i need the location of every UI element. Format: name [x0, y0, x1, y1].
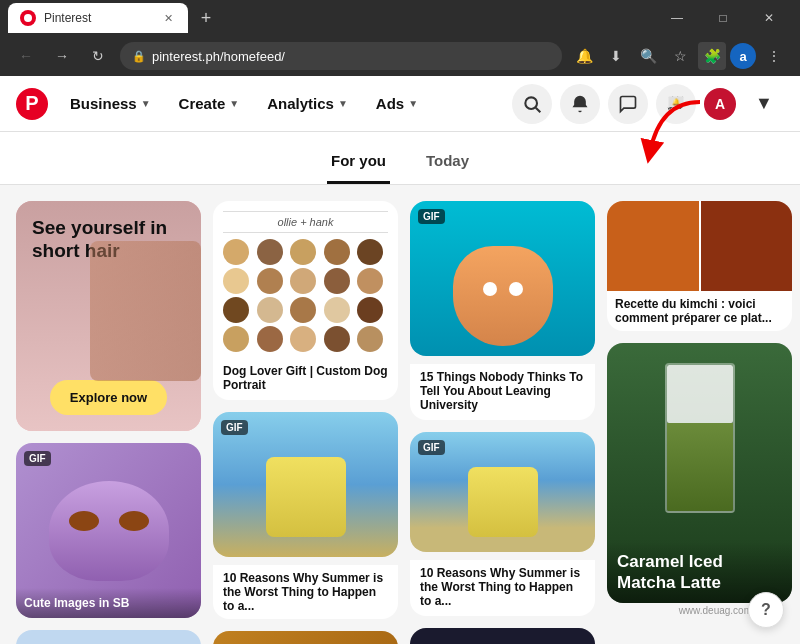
nav-ads[interactable]: Ads ▼ [366, 87, 428, 120]
zoom-button[interactable]: 🔍 [634, 42, 662, 70]
new-tab-button[interactable]: + [192, 4, 220, 32]
promo-pin[interactable]: See yourself in short hair Explore now [16, 201, 201, 431]
tab-title: Pinterest [44, 11, 152, 25]
pinterest-navbar: P Business ▼ Create ▼ Analytics ▼ Ads ▼ … [0, 76, 800, 132]
tab-bar: Pinterest ✕ + — □ ✕ [0, 0, 800, 36]
food-pin[interactable] [213, 631, 398, 644]
pinterest-logo[interactable]: P [16, 88, 48, 120]
patrick-title: 15 Things Nobody Thinks To Tell You Abou… [410, 364, 595, 420]
spongebob-title: 10 Reasons Why Summer is the Worst Thing… [213, 565, 398, 619]
svg-line-1 [536, 107, 541, 112]
promo-button[interactable]: Explore now [50, 380, 167, 415]
business-chevron: ▼ [141, 98, 151, 109]
forward-button[interactable]: → [48, 42, 76, 70]
browser-actions: 🔔 ⬇ 🔍 ☆ 🧩 a ⋮ [570, 42, 788, 70]
help-button[interactable]: ? [748, 592, 784, 628]
tab-close-button[interactable]: ✕ [160, 10, 176, 26]
feed-tabs: For you Today [0, 132, 800, 185]
dog-title: Dog Lover Gift | Custom Dog Portrait [213, 356, 398, 400]
dog-pin[interactable]: ollie + hank [213, 201, 398, 400]
rejected-pin[interactable]: REJECTED [16, 630, 201, 644]
ollie-hank-label: ollie + hank [223, 211, 388, 233]
browser-chrome: Pinterest ✕ + — □ ✕ ← → ↻ 🔒 pinterest.ph… [0, 0, 800, 76]
more-button[interactable]: ▼ [744, 84, 784, 124]
tab-for-you[interactable]: For you [327, 144, 390, 184]
nav-analytics[interactable]: Analytics ▼ [257, 87, 358, 120]
gary-title: Cute Images in SB [16, 588, 201, 618]
column-3: GIF 15 Things Nobody Thinks To Tell You … [410, 201, 595, 644]
bell-button[interactable] [560, 84, 600, 124]
matcha-pin[interactable]: Caramel Iced Matcha Latte [607, 343, 792, 603]
browser-profile[interactable]: a [730, 43, 756, 69]
window-controls: — □ ✕ [654, 0, 792, 36]
pins-grid: See yourself in short hair Explore now G… [16, 201, 784, 644]
maximize-button[interactable]: □ [700, 0, 746, 36]
kimchi-title: Recette du kimchi : voici comment prépar… [607, 291, 792, 331]
spongebob-title2: 10 Reasons Why Summer is the Worst Thing… [410, 560, 595, 616]
lock-icon: 🔒 [132, 50, 146, 63]
analytics-chevron: ▼ [338, 98, 348, 109]
gif-badge-spongebob: GIF [221, 420, 248, 435]
notifications-button[interactable]: 🔔 [570, 42, 598, 70]
ads-chevron: ▼ [408, 98, 418, 109]
svg-text:🔔: 🔔 [672, 97, 681, 106]
tab-today[interactable]: Today [422, 144, 473, 184]
bell-icon [570, 94, 590, 114]
menu-button[interactable]: ⋮ [760, 42, 788, 70]
spongebob-pin[interactable]: GIF [213, 412, 398, 557]
gif-badge-patrick: GIF [418, 209, 445, 224]
download-button[interactable]: ⬇ [602, 42, 630, 70]
patrick-pin[interactable]: GIF [410, 201, 595, 356]
kimchi-pin[interactable]: Recette du kimchi : voici comment prépar… [607, 201, 792, 331]
url-text: pinterest.ph/homefeed/ [152, 49, 550, 64]
nav-business[interactable]: Business ▼ [60, 87, 161, 120]
mug-pin[interactable]: STARTER FLUID [410, 628, 595, 644]
main-content: See yourself in short hair Explore now G… [0, 185, 800, 644]
svg-point-0 [525, 97, 537, 109]
gif-badge-gif2: GIF [418, 440, 445, 455]
minimize-button[interactable]: — [654, 0, 700, 36]
active-tab[interactable]: Pinterest ✕ [8, 3, 188, 33]
address-bar: ← → ↻ 🔒 pinterest.ph/homefeed/ 🔔 ⬇ 🔍 ☆ 🧩… [0, 36, 800, 76]
tab-favicon [20, 10, 36, 26]
create-chevron: ▼ [229, 98, 239, 109]
watermark: www.deuag.com [679, 605, 752, 616]
gif-badge-gary: GIF [24, 451, 51, 466]
flag-button[interactable]: 🔔 [656, 84, 696, 124]
column-1: See yourself in short hair Explore now G… [16, 201, 201, 644]
matcha-title: Caramel Iced Matcha Latte [617, 552, 782, 593]
gary-pin[interactable]: GIF Cute Images in SB [16, 443, 201, 618]
chat-icon [618, 94, 638, 114]
pinterest-app: P Business ▼ Create ▼ Analytics ▼ Ads ▼ … [0, 76, 800, 644]
back-button[interactable]: ← [12, 42, 40, 70]
flag-icon: 🔔 [666, 94, 686, 114]
search-button[interactable] [512, 84, 552, 124]
column-4: Recette du kimchi : voici comment prépar… [607, 201, 792, 644]
search-icon [522, 94, 542, 114]
refresh-button[interactable]: ↻ [84, 42, 112, 70]
nav-create[interactable]: Create ▼ [169, 87, 250, 120]
close-button[interactable]: ✕ [746, 0, 792, 36]
bookmark-button[interactable]: ☆ [666, 42, 694, 70]
extensions-button[interactable]: 🧩 [698, 42, 726, 70]
user-avatar[interactable]: A [704, 88, 736, 120]
url-bar[interactable]: 🔒 pinterest.ph/homefeed/ [120, 42, 562, 70]
chat-button[interactable] [608, 84, 648, 124]
column-2: ollie + hank [213, 201, 398, 644]
spongebob-gif-pin[interactable]: GIF [410, 432, 595, 552]
